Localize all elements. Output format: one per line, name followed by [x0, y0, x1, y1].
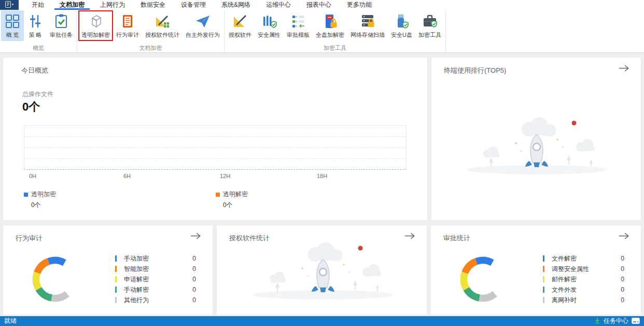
x-tick-label: 6H	[123, 173, 131, 179]
legend-item-离网补时: 离网补时0	[543, 295, 624, 305]
legend-color-swatch	[543, 276, 544, 282]
approval-template-icon	[290, 13, 306, 30]
legend-color-swatch	[115, 297, 117, 303]
donut-legend: 文件解密0调整安全属性0邮件解密0文件外发0离网补时0	[543, 253, 624, 305]
status-bar: 就绪 任务中心	[0, 316, 644, 326]
legend-item-透明解密: 透明解密0个	[216, 190, 248, 210]
legend-color-swatch	[543, 266, 544, 272]
legend-color-swatch	[543, 297, 544, 303]
ribbon-button-full-disk-encryption-ssd[interactable]: 全盘加解密	[313, 10, 347, 41]
legend-value: 0个	[223, 201, 248, 210]
card-title: 行为审计	[16, 234, 43, 243]
transparent-encryption-cube-icon	[88, 13, 104, 30]
ribbon-button-label: 授权软件	[229, 31, 251, 39]
arrow-right-icon[interactable]	[190, 232, 201, 242]
tray-monitor-icon[interactable]	[632, 317, 640, 326]
legend-item-手动解密: 手动解密0	[115, 284, 196, 295]
ribbon-button-overview-grid[interactable]: 概 览	[1, 10, 24, 41]
ribbon-button-authorized-software-stats[interactable]: 授权软件统计	[142, 10, 183, 41]
empty-state-rocket-illustration	[245, 240, 401, 304]
legend-value: 0个	[31, 201, 56, 210]
metric-label: 总操作文件	[22, 90, 53, 99]
authorized-software-stats-icon	[154, 13, 171, 30]
legend-color-swatch	[115, 266, 117, 272]
policy-sliders-icon	[27, 13, 44, 30]
ribbon-button-network-storage-scan[interactable]: 网络存储扫描	[347, 10, 388, 41]
menu-tab-文档加密[interactable]: 文档加密	[52, 0, 92, 10]
authorized-software-icon	[232, 13, 248, 30]
ribbon-filler	[446, 10, 644, 52]
legend-label: 离网补时	[552, 296, 621, 305]
download-arrow-icon[interactable]	[594, 317, 600, 326]
ribbon-button-self-outgoing-paper-plane[interactable]: 自主外发行为	[183, 10, 223, 41]
ribbon-group-文档加密: 透明加解密行为审计授权软件统计自主外发行为文档加密	[77, 10, 225, 52]
legend-value: 0	[192, 296, 196, 304]
legend-color-swatch	[543, 255, 544, 262]
ribbon-group-label: 概览	[0, 44, 77, 52]
ribbon-button-security-attributes-fence[interactable]: 安全属性	[255, 10, 284, 41]
menu-tab-报表中心[interactable]: 报表中心	[299, 0, 339, 10]
ribbon-button-behavior-audit-document[interactable]: 行为审计	[113, 10, 142, 41]
legend-item-手动加密: 手动加密0	[115, 253, 196, 264]
card-title: 终端使用排行(TOP5)	[444, 66, 506, 75]
legend-item-透明加密: 透明加密0个	[24, 190, 56, 210]
legend-label: 文件外发	[552, 286, 621, 294]
menu-tab-设备管理[interactable]: 设备管理	[173, 0, 214, 10]
legend-value: 0	[621, 255, 624, 262]
legend-value: 0	[192, 265, 196, 273]
card-today-overview: 今日概览 总操作文件 0个 0H6H12H18H 透明加密0个透明解密0个	[3, 57, 428, 221]
legend-item-邮件解密: 邮件解密0	[543, 274, 624, 284]
legend-label: 透明解密	[223, 190, 248, 199]
menu-tab-数据安全[interactable]: 数据安全	[133, 0, 173, 10]
legend-label: 其他行为	[124, 296, 192, 305]
legend-color-swatch	[115, 287, 117, 293]
ribbon-button-policy-sliders[interactable]: 策 略	[24, 10, 47, 41]
menu-bar: 开始文档加密上网行为数据安全设备管理系统&网络运维中心报表中心更多功能	[0, 0, 644, 10]
ribbon-button-approval-template[interactable]: 审批模板	[284, 10, 313, 41]
legend-label: 申请解密	[124, 275, 192, 284]
ribbon-button-label: 策 略	[29, 31, 41, 39]
card-approval-stats: 审批统计 文件解密0调整安全属性0邮件解密0文件外发0离网补时0	[430, 225, 641, 315]
ribbon-button-authorized-software[interactable]: 授权软件	[226, 10, 255, 41]
ribbon-button-label: 概 览	[6, 31, 19, 39]
menu-tab-运维中心[interactable]: 运维中心	[258, 0, 299, 10]
app-window-icon	[5, 1, 14, 10]
legend-item-其他行为: 其他行为0	[115, 295, 196, 305]
card-title: 今日概览	[21, 66, 48, 75]
legend-color-swatch	[115, 276, 117, 282]
menu-tab-上网行为[interactable]: 上网行为	[92, 0, 133, 10]
legend-item-调整安全属性: 调整安全属性0	[543, 264, 624, 274]
ribbon-button-label: 审批模板	[287, 31, 310, 39]
arrow-right-icon[interactable]	[618, 232, 629, 242]
donut-legend: 手动加密0智能加密0申请解密0手动解密0其他行为0	[115, 253, 196, 305]
ribbon-button-label: 透明加解密	[81, 31, 110, 39]
menu-tab-更多功能[interactable]: 更多功能	[339, 0, 380, 10]
legend-color-swatch	[115, 255, 117, 262]
legend-label: 调整安全属性	[552, 265, 621, 274]
card-behavior-audit: 行为审计 手动加密0智能加密0申请解密0手动解密0其他行为0	[3, 225, 213, 315]
legend-color-swatch	[543, 287, 544, 293]
ribbon-button-encryption-toolbox[interactable]: 加密工具	[415, 10, 444, 41]
task-center-button[interactable]: 任务中心	[604, 317, 628, 325]
legend-color-swatch	[216, 193, 220, 197]
donut-chart	[29, 253, 81, 305]
ribbon-button-label: 审批任务	[50, 31, 73, 39]
legend-value: 0	[621, 296, 624, 304]
menu-tab-系统&网络[interactable]: 系统&网络	[214, 0, 258, 10]
card-terminal-usage-rank: 终端使用排行(TOP5)	[431, 57, 641, 221]
chart-x-axis: 0H6H12H18H	[24, 173, 407, 180]
ribbon-button-approval-tasks-clipboard[interactable]: 审批任务	[47, 10, 76, 41]
card-title: 审批统计	[443, 234, 470, 243]
ribbon-button-label: 网络存储扫描	[351, 31, 385, 39]
ribbon-button-transparent-encryption-cube[interactable]: 透明加解密	[78, 10, 113, 41]
arrow-right-icon[interactable]	[618, 64, 629, 74]
app-menu-button[interactable]	[0, 0, 19, 10]
menu-tabs: 开始文档加密上网行为数据安全设备管理系统&网络运维中心报表中心更多功能	[24, 0, 380, 10]
approval-tasks-clipboard-icon	[53, 13, 69, 30]
ribbon-button-secure-usb-drive[interactable]: 安全U盘	[388, 10, 415, 41]
legend-value: 0	[621, 265, 624, 273]
menu-tab-开始[interactable]: 开始	[24, 0, 52, 10]
legend-label: 手动解密	[124, 286, 192, 294]
empty-state-rocket-illustration	[459, 115, 614, 179]
arrow-right-icon[interactable]	[404, 232, 415, 242]
